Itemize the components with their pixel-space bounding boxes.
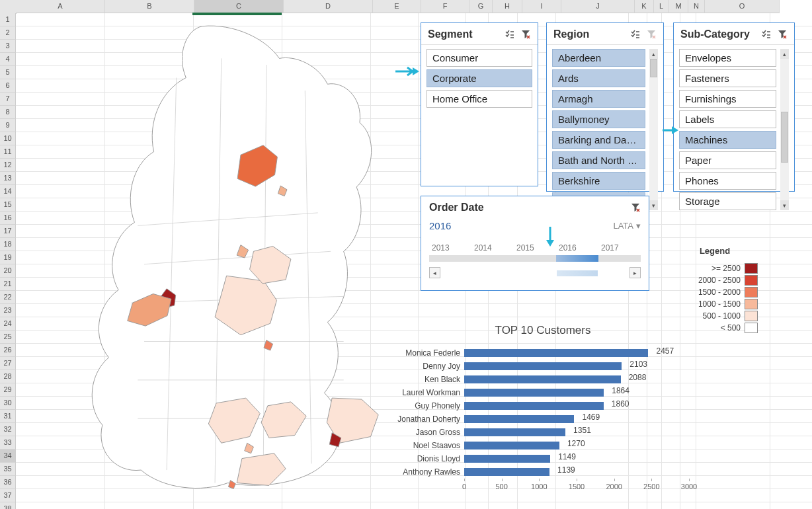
scroll-thumb[interactable] [650, 59, 657, 77]
slicer-item[interactable]: Fasteners [679, 69, 776, 87]
row-header[interactable]: 26 [0, 344, 16, 357]
row-header[interactable]: 18 [0, 238, 16, 251]
slicer-item[interactable]: Labels [679, 110, 776, 128]
timeline-period-row: 2016 LATA ▾ [429, 220, 641, 231]
row-header[interactable]: 5 [0, 66, 16, 79]
timeline-track[interactable] [429, 255, 641, 262]
bar-row: Guy Phonely1860 [387, 399, 698, 412]
timeline-scrollbar: ◂ ▸ [429, 267, 641, 278]
slicer-item[interactable]: Berkshire [552, 172, 645, 190]
row-header[interactable]: 4 [0, 53, 16, 66]
column-header[interactable]: D [284, 0, 373, 13]
slicer-item[interactable]: Phones [679, 172, 776, 190]
column-header[interactable]: A [16, 0, 105, 13]
row-header[interactable]: 36 [0, 476, 16, 489]
row-header[interactable]: 6 [0, 79, 16, 93]
row-header[interactable]: 9 [0, 119, 16, 132]
slicer-item[interactable]: Machines [679, 131, 776, 149]
slicer-item[interactable]: Envelopes [679, 49, 776, 67]
slicer-item[interactable]: Consumer [426, 49, 532, 67]
row-header[interactable]: 8 [0, 106, 16, 119]
row-header[interactable]: 23 [0, 304, 16, 317]
row-header[interactable]: 29 [0, 383, 16, 397]
row-header[interactable]: 30 [0, 397, 16, 410]
column-header[interactable]: E [373, 0, 421, 13]
row-header[interactable]: 22 [0, 291, 16, 304]
scroll-up-icon[interactable]: ▴ [780, 49, 789, 59]
row-header[interactable]: 21 [0, 278, 16, 291]
column-header[interactable]: F [421, 0, 469, 13]
multiselect-icon[interactable] [761, 29, 772, 40]
column-header[interactable]: L [654, 0, 669, 13]
column-header[interactable]: B [105, 0, 194, 13]
row-header[interactable]: 31 [0, 410, 16, 423]
scroll-thumb[interactable] [557, 270, 597, 276]
column-header[interactable]: N [688, 0, 705, 13]
scrollbar[interactable]: ▴ ▾ [649, 49, 658, 210]
slicer-item[interactable]: Bath and North Ea... [552, 151, 645, 169]
row-header[interactable]: 1 [0, 13, 16, 26]
row-header[interactable]: 37 [0, 489, 16, 502]
row-header[interactable]: 15 [0, 198, 16, 212]
slicer-item[interactable]: Corporate [426, 69, 532, 87]
row-header[interactable]: 32 [0, 423, 16, 436]
row-header[interactable]: 25 [0, 331, 16, 344]
column-header[interactable]: K [635, 0, 654, 13]
row-header[interactable]: 35 [0, 463, 16, 476]
scroll-left-icon[interactable]: ◂ [429, 267, 440, 278]
row-header[interactable]: 28 [0, 370, 16, 383]
scroll-up-icon[interactable]: ▴ [649, 49, 658, 59]
bar-row: Ken Black2088 [387, 373, 698, 386]
timeline-level-dropdown[interactable]: LATA ▾ [613, 221, 641, 231]
timeline-selection[interactable] [556, 255, 598, 262]
column-header[interactable]: H [493, 0, 522, 13]
slicer-item[interactable]: Storage [679, 192, 776, 210]
scroll-thumb[interactable] [781, 112, 788, 163]
select-all-corner[interactable] [0, 0, 17, 14]
column-header[interactable]: C [194, 0, 284, 13]
legend-swatch [745, 263, 758, 274]
slicer-item[interactable]: Ards [552, 69, 645, 87]
scrollbar[interactable]: ▴ ▾ [780, 49, 789, 210]
row-header[interactable]: 24 [0, 317, 16, 331]
slicer-item[interactable]: Furnishings [679, 90, 776, 108]
scroll-right-icon[interactable]: ▸ [629, 267, 641, 278]
row-header[interactable]: 19 [0, 251, 16, 264]
bar-row: Monica Federle2457 [387, 346, 698, 360]
slicer-item[interactable]: Armagh [552, 90, 645, 108]
row-header[interactable]: 27 [0, 357, 16, 370]
bar-value: 2088 [629, 373, 647, 382]
clear-filter-icon[interactable] [520, 29, 531, 40]
column-header[interactable]: G [469, 0, 493, 13]
row-header[interactable]: 38 [0, 502, 16, 509]
slicer-item[interactable]: Aberdeen [552, 49, 645, 67]
scroll-down-icon[interactable]: ▾ [649, 200, 658, 210]
slicer-item[interactable]: Ballymoney [552, 110, 645, 128]
row-header[interactable]: 11 [0, 145, 16, 159]
row-header[interactable]: 17 [0, 225, 16, 238]
multiselect-icon[interactable] [505, 29, 515, 40]
clear-filter-icon[interactable] [777, 29, 788, 40]
column-header[interactable]: J [561, 0, 635, 13]
row-header[interactable]: 34 [0, 450, 16, 463]
clear-filter-icon[interactable] [630, 202, 641, 213]
row-header[interactable]: 2 [0, 26, 16, 40]
slicer-item[interactable]: Home Office [426, 90, 532, 108]
slicer-item[interactable]: Barking and Dage... [552, 131, 645, 149]
column-header[interactable]: I [522, 0, 561, 13]
column-header[interactable]: O [705, 0, 780, 13]
slicer-item[interactable]: Paper [679, 151, 776, 169]
row-header[interactable]: 33 [0, 436, 16, 450]
multiselect-icon[interactable] [630, 29, 641, 40]
row-header[interactable]: 12 [0, 159, 16, 172]
clear-filter-icon[interactable] [646, 29, 657, 40]
scroll-down-icon[interactable]: ▾ [780, 200, 789, 210]
row-header[interactable]: 16 [0, 212, 16, 225]
row-header[interactable]: 14 [0, 185, 16, 198]
row-header[interactable]: 3 [0, 40, 16, 53]
row-header[interactable]: 13 [0, 172, 16, 185]
row-header[interactable]: 20 [0, 264, 16, 278]
column-header[interactable]: M [669, 0, 688, 13]
row-header[interactable]: 10 [0, 132, 16, 145]
row-header[interactable]: 7 [0, 93, 16, 106]
